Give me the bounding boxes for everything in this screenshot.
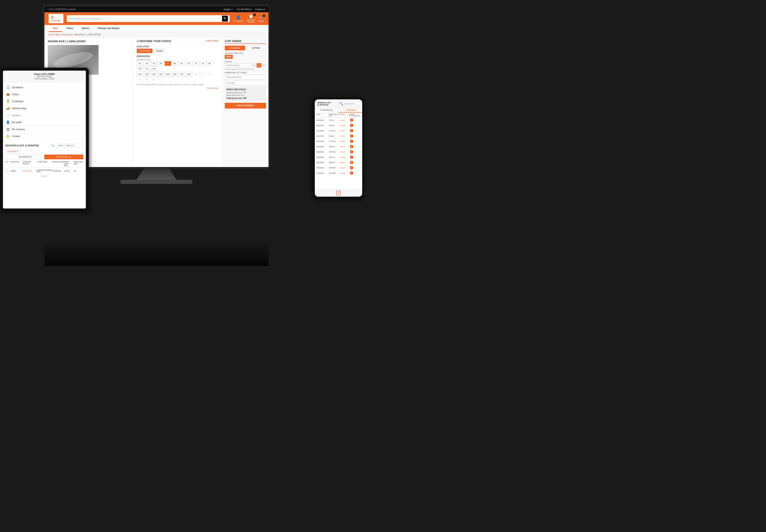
delivery-nav-label: Delivery notes — [12, 107, 27, 110]
phone-search-input[interactable] — [344, 103, 359, 104]
tablet-nav-contact[interactable]: ✋ Contact — [3, 133, 86, 140]
dim-30[interactable]: 30 — [137, 61, 143, 66]
tab-processed[interactable]: PROCESSED (6) — [44, 155, 83, 159]
phone-order-row: 20/05/2022 €9,987.64 Invoiced ⬇ — [315, 165, 362, 170]
unit-kg[interactable]: kg — [257, 63, 261, 67]
breadcrumb-home[interactable]: Home — [49, 33, 54, 36]
internal-reference-input[interactable] — [225, 75, 266, 80]
contact-link[interactable]: Contact us — [255, 8, 265, 11]
order-ack-icon-9[interactable]: ⬇ — [350, 161, 353, 164]
diameter-buttons-row1: 30 35 40 45 50 55 60 65 70 75 80 85 — [137, 61, 219, 71]
dim-130[interactable]: 130 — [151, 72, 157, 77]
breadcrumb-round-bars[interactable]: Round bars — [62, 33, 73, 36]
nav-item-tubes[interactable]: Tubes — [62, 25, 77, 32]
monitor-overlay — [44, 241, 269, 266]
phone-tab-invoiced[interactable]: ✓ INVOICED (6) — [338, 108, 362, 112]
reset-filters-bottom[interactable]: ↺ Reset filters — [206, 87, 219, 89]
phone-tab-inprogress[interactable]: IN PROGRESS (0) — [315, 108, 338, 112]
ph-status-header: STATUS — [339, 114, 349, 117]
nav-item-fittings[interactable]: Fittings and flanges — [93, 25, 124, 32]
dim-170[interactable]: 170 — [179, 72, 185, 77]
phone-table-header: DATE PRICE (EXCL. VAT) STATUS ORDER ACKN… — [315, 113, 362, 118]
dim-230: 230 — [137, 77, 143, 82]
phone-order-row: 01/10/2023 €930.13 Invoiced ⬇ — [315, 144, 362, 149]
phone-search[interactable]: 🔍 — [338, 101, 360, 106]
quantity-label: Quantity — [225, 60, 266, 63]
exec-hot-formed[interactable]: Hot Formed — [137, 49, 153, 53]
tablet-company: METALS GmbH — [5, 75, 83, 78]
dim-55[interactable]: 55 — [172, 61, 178, 66]
unit-p[interactable]: p — [252, 63, 256, 67]
order-ack-icon-1[interactable]: ⬇ — [350, 118, 353, 122]
order-ack-icon-8[interactable]: ⬇ — [350, 155, 353, 159]
filter-button[interactable]: ⚙ FILTER ▼ — [5, 149, 20, 153]
tablet-nav-quotations[interactable]: 📋 Quotations — [3, 84, 86, 91]
price-stock-section: PRICE AND STOCK Material price excl. VAT… — [225, 87, 266, 101]
order-ack-icon-6[interactable]: ⬇ — [350, 145, 353, 148]
add-to-basket-button[interactable]: ADD TO BASKET — [225, 103, 266, 108]
order-ack-icon-10[interactable]: ⬇ — [350, 166, 353, 169]
dim-65[interactable]: 65 — [186, 61, 192, 66]
dim-150[interactable]: 150 — [165, 72, 171, 77]
dim-90[interactable]: 90 — [144, 66, 150, 71]
order-ack-icon-5[interactable]: ⬇ — [350, 140, 353, 143]
tablet-nav-invoices[interactable]: 📄 Invoices — [3, 112, 86, 119]
basket[interactable]: 0 🛒 Basket — [258, 15, 264, 22]
stappert-number[interactable]: 376074-001 — [22, 170, 37, 172]
order-ack-icon-2[interactable]: ⬇ — [350, 124, 353, 127]
quotation-request[interactable]: 0 📋 QuotationRequest — [247, 14, 255, 23]
tablet-screen: Xavier COLLOMBE METALS GmbH Client numbe… — [3, 71, 86, 208]
tablet-nav-delivery[interactable]: 🚚 Delivery notes — [3, 105, 86, 112]
tablet-nav-orders[interactable]: 📦 Orders — [3, 91, 86, 98]
dim-140[interactable]: 140 — [158, 72, 164, 77]
tablet-search-input[interactable] — [56, 144, 83, 147]
user-menu[interactable]: 👤 X. Collombe — [233, 15, 243, 22]
phone-number: +31 492 582111 — [236, 8, 252, 11]
reset-filters-btn[interactable]: ↺ Reset filters — [206, 40, 219, 42]
tablet-nav-company[interactable]: 🏢 My company — [3, 126, 86, 133]
invoice-checkbox[interactable] — [5, 170, 8, 172]
phone-screen: ORDERS (LAST12 MONTHS) 🔍 IN PROGRESS (0)… — [315, 99, 362, 197]
dim-80[interactable]: 80 — [207, 61, 213, 66]
order-ack-icon-3[interactable]: ⬇ — [350, 129, 353, 132]
tab-ongoing[interactable]: ON GOING (0) — [5, 155, 44, 159]
tablet-nav-certificates[interactable]: 🏅 Certificates — [3, 98, 86, 105]
header-icons: 👤 X. Collombe 0 📋 QuotationRequest 0 🛒 B… — [233, 14, 264, 23]
order-standard-btn[interactable]: STANDARD — [225, 46, 245, 50]
search-input[interactable]: Which product are you looking for ? — [69, 18, 218, 20]
dim-45[interactable]: 45 — [158, 61, 164, 66]
dim-40[interactable]: 40 — [151, 61, 157, 66]
phone-order-row: 07/03/2022 €2,135.66 Invoiced ⬇ — [315, 170, 362, 176]
tablet-nav-profile[interactable]: 👤 My profile — [3, 119, 86, 126]
nav-item-sheets[interactable]: Sheets — [77, 25, 93, 32]
dim-160[interactable]: 160 — [172, 72, 178, 77]
dim-60[interactable]: 60 — [179, 61, 185, 66]
search-button[interactable]: 🔍 — [222, 16, 228, 22]
order-cutting-btn[interactable]: CUTTING — [246, 46, 266, 50]
dim-50[interactable]: 50 — [165, 61, 171, 66]
order-ack-icon-4[interactable]: ⬇ — [350, 134, 353, 138]
dim-70[interactable]: 70 — [193, 61, 199, 66]
exec-forged[interactable]: Forged — [154, 49, 165, 53]
language-selector[interactable]: English ▼ — [224, 8, 233, 11]
nav-item-bars[interactable]: Bars — [49, 25, 62, 32]
order-ack-icon-7[interactable]: ⬇ — [350, 150, 353, 154]
dim-75[interactable]: 75 — [200, 61, 206, 66]
search-bar[interactable]: Which product are you looking for ? ✕ 🔍 — [67, 15, 230, 22]
unit-m[interactable]: m — [262, 63, 266, 67]
go-to-website-link[interactable]: < Go to STAPPERT's website — [48, 8, 75, 11]
logo[interactable]: S STAPPERT — [49, 14, 63, 23]
dim-180[interactable]: 180 — [186, 72, 192, 77]
breadcrumb-bars[interactable]: Bars — [56, 33, 60, 36]
dim-85[interactable]: 85 — [137, 66, 143, 71]
dim-100[interactable]: 100 — [151, 66, 157, 71]
dim-110[interactable]: 110 — [137, 72, 143, 77]
order-ack-icon-11[interactable]: ⬇ — [350, 171, 353, 175]
dim-120[interactable]: 120 — [144, 72, 150, 77]
comment-input[interactable] — [225, 81, 266, 85]
quantity-row: p kg m — [225, 63, 266, 67]
dim-35[interactable]: 35 — [144, 61, 150, 66]
logo-s-icon: S — [51, 15, 61, 20]
sign-out-link[interactable]: Sign out — [5, 175, 83, 177]
quantity-input[interactable] — [225, 63, 252, 67]
